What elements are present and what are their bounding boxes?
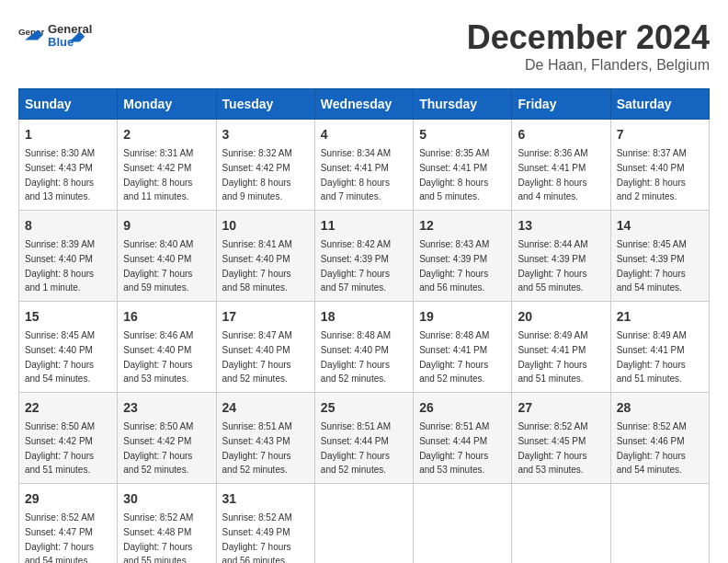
sunset-info: Sunset: 4:42 PM bbox=[123, 436, 191, 446]
day-header-sunday: Sunday bbox=[19, 89, 118, 120]
day-number: 9 bbox=[123, 216, 210, 236]
calendar-cell bbox=[512, 484, 610, 564]
calendar-cell: 26Sunrise: 8:51 AMSunset: 4:44 PMDayligh… bbox=[414, 393, 512, 484]
day-header-wednesday: Wednesday bbox=[314, 89, 413, 120]
sunset-info: Sunset: 4:42 PM bbox=[25, 436, 93, 446]
calendar-cell: 8Sunrise: 8:39 AMSunset: 4:40 PMDaylight… bbox=[19, 211, 118, 302]
sunset-info: Sunset: 4:39 PM bbox=[419, 254, 487, 264]
calendar-cell bbox=[314, 484, 413, 564]
sunrise-info: Sunrise: 8:50 AM bbox=[25, 421, 95, 431]
day-number: 30 bbox=[123, 489, 210, 509]
day-number: 22 bbox=[25, 398, 111, 418]
calendar-cell: 30Sunrise: 8:52 AMSunset: 4:48 PMDayligh… bbox=[118, 484, 216, 564]
calendar-cell: 1Sunrise: 8:30 AMSunset: 4:43 PMDaylight… bbox=[19, 120, 118, 211]
sunrise-info: Sunrise: 8:50 AM bbox=[123, 421, 193, 431]
sunrise-info: Sunrise: 8:39 AM bbox=[25, 239, 95, 249]
daylight-label: Daylight: 8 hours and 1 minute. bbox=[25, 269, 94, 293]
calendar-cell: 31Sunrise: 8:52 AMSunset: 4:49 PMDayligh… bbox=[216, 484, 314, 564]
calendar-cell: 15Sunrise: 8:45 AMSunset: 4:40 PMDayligh… bbox=[19, 302, 118, 393]
sunset-info: Sunset: 4:39 PM bbox=[617, 254, 685, 264]
sunrise-info: Sunrise: 8:40 AM bbox=[123, 239, 193, 249]
sunrise-info: Sunrise: 8:48 AM bbox=[419, 330, 489, 340]
day-header-friday: Friday bbox=[512, 89, 610, 120]
sunrise-info: Sunrise: 8:51 AM bbox=[222, 421, 292, 431]
calendar-cell: 22Sunrise: 8:50 AMSunset: 4:42 PMDayligh… bbox=[19, 393, 118, 484]
logo-graphic: General Blue bbox=[48, 18, 94, 52]
day-number: 14 bbox=[617, 216, 703, 236]
daylight-label: Daylight: 8 hours and 2 minutes. bbox=[617, 178, 686, 202]
daylight-label: Daylight: 8 hours and 7 minutes. bbox=[321, 178, 390, 202]
calendar-cell: 24Sunrise: 8:51 AMSunset: 4:43 PMDayligh… bbox=[216, 393, 314, 484]
day-number: 19 bbox=[419, 307, 506, 327]
calendar-cell: 20Sunrise: 8:49 AMSunset: 4:41 PMDayligh… bbox=[512, 302, 610, 393]
calendar-cell: 3Sunrise: 8:32 AMSunset: 4:42 PMDaylight… bbox=[216, 120, 314, 211]
sunrise-info: Sunrise: 8:32 AM bbox=[222, 148, 292, 158]
calendar-table: SundayMondayTuesdayWednesdayThursdayFrid… bbox=[18, 88, 710, 563]
daylight-label: Daylight: 7 hours and 55 minutes. bbox=[123, 542, 192, 564]
daylight-label: Daylight: 8 hours and 5 minutes. bbox=[419, 178, 488, 202]
sunset-info: Sunset: 4:40 PM bbox=[617, 163, 685, 173]
sunrise-info: Sunrise: 8:45 AM bbox=[25, 330, 95, 340]
sunset-info: Sunset: 4:41 PM bbox=[419, 163, 487, 173]
daylight-label: Daylight: 7 hours and 52 minutes. bbox=[123, 451, 192, 476]
calendar-cell bbox=[414, 484, 512, 564]
sunrise-info: Sunrise: 8:52 AM bbox=[123, 512, 193, 523]
sunrise-info: Sunrise: 8:51 AM bbox=[321, 421, 391, 431]
daylight-label: Daylight: 7 hours and 53 minutes. bbox=[419, 451, 488, 476]
sunrise-info: Sunrise: 8:45 AM bbox=[617, 239, 687, 249]
day-header-thursday: Thursday bbox=[414, 89, 512, 120]
sunset-info: Sunset: 4:40 PM bbox=[222, 254, 290, 264]
sunrise-info: Sunrise: 8:35 AM bbox=[419, 148, 489, 158]
daylight-label: Daylight: 7 hours and 53 minutes. bbox=[123, 360, 192, 385]
sunset-info: Sunset: 4:41 PM bbox=[617, 345, 685, 355]
sunset-info: Sunset: 4:43 PM bbox=[222, 436, 290, 446]
calendar-cell: 9Sunrise: 8:40 AMSunset: 4:40 PMDaylight… bbox=[118, 211, 216, 302]
week-row-3: 15Sunrise: 8:45 AMSunset: 4:40 PMDayligh… bbox=[19, 302, 710, 393]
day-number: 6 bbox=[518, 125, 604, 144]
sunrise-info: Sunrise: 8:34 AM bbox=[321, 148, 391, 158]
sunset-info: Sunset: 4:39 PM bbox=[518, 254, 586, 264]
calendar-header-row: SundayMondayTuesdayWednesdayThursdayFrid… bbox=[19, 89, 710, 120]
sunrise-info: Sunrise: 8:52 AM bbox=[617, 421, 687, 431]
day-number: 8 bbox=[25, 216, 111, 236]
sunrise-info: Sunrise: 8:36 AM bbox=[518, 148, 587, 158]
day-number: 24 bbox=[222, 398, 309, 418]
daylight-label: Daylight: 8 hours and 4 minutes. bbox=[518, 178, 586, 202]
daylight-label: Daylight: 7 hours and 56 minutes. bbox=[419, 269, 488, 293]
day-number: 2 bbox=[123, 125, 210, 144]
calendar-body: 1Sunrise: 8:30 AMSunset: 4:43 PMDaylight… bbox=[19, 120, 710, 564]
calendar-cell: 21Sunrise: 8:49 AMSunset: 4:41 PMDayligh… bbox=[610, 302, 709, 393]
day-number: 26 bbox=[419, 398, 506, 418]
sunset-info: Sunset: 4:44 PM bbox=[419, 436, 487, 446]
calendar-cell bbox=[610, 484, 709, 564]
daylight-label: Daylight: 7 hours and 54 minutes. bbox=[617, 269, 686, 293]
sunset-info: Sunset: 4:41 PM bbox=[321, 163, 389, 173]
daylight-label: Daylight: 7 hours and 52 minutes. bbox=[222, 451, 291, 476]
calendar-cell: 19Sunrise: 8:48 AMSunset: 4:41 PMDayligh… bbox=[414, 302, 512, 393]
calendar-cell: 29Sunrise: 8:52 AMSunset: 4:47 PMDayligh… bbox=[19, 484, 118, 564]
sunrise-info: Sunrise: 8:51 AM bbox=[419, 421, 489, 431]
sunrise-info: Sunrise: 8:30 AM bbox=[25, 148, 95, 158]
day-number: 17 bbox=[222, 307, 309, 327]
svg-text:Blue: Blue bbox=[48, 35, 74, 49]
sunset-info: Sunset: 4:47 PM bbox=[25, 527, 93, 537]
sunrise-info: Sunrise: 8:47 AM bbox=[222, 330, 292, 340]
calendar-cell: 10Sunrise: 8:41 AMSunset: 4:40 PMDayligh… bbox=[216, 211, 314, 302]
day-number: 25 bbox=[321, 398, 407, 418]
daylight-label: Daylight: 7 hours and 57 minutes. bbox=[321, 269, 390, 293]
calendar-cell: 6Sunrise: 8:36 AMSunset: 4:41 PMDaylight… bbox=[512, 120, 610, 211]
daylight-label: Daylight: 7 hours and 54 minutes. bbox=[25, 360, 94, 385]
week-row-5: 29Sunrise: 8:52 AMSunset: 4:47 PMDayligh… bbox=[19, 484, 710, 564]
daylight-label: Daylight: 7 hours and 51 minutes. bbox=[25, 451, 94, 476]
sunset-info: Sunset: 4:40 PM bbox=[25, 345, 93, 355]
sunset-info: Sunset: 4:42 PM bbox=[123, 163, 191, 173]
calendar-cell: 11Sunrise: 8:42 AMSunset: 4:39 PMDayligh… bbox=[314, 211, 413, 302]
daylight-label: Daylight: 7 hours and 53 minutes. bbox=[518, 451, 586, 476]
calendar-cell: 16Sunrise: 8:46 AMSunset: 4:40 PMDayligh… bbox=[118, 302, 216, 393]
calendar-cell: 2Sunrise: 8:31 AMSunset: 4:42 PMDaylight… bbox=[118, 120, 216, 211]
sunset-info: Sunset: 4:41 PM bbox=[518, 345, 586, 355]
calendar-cell: 14Sunrise: 8:45 AMSunset: 4:39 PMDayligh… bbox=[610, 211, 709, 302]
day-number: 20 bbox=[518, 307, 604, 327]
day-number: 11 bbox=[321, 216, 407, 236]
day-number: 4 bbox=[321, 125, 407, 144]
